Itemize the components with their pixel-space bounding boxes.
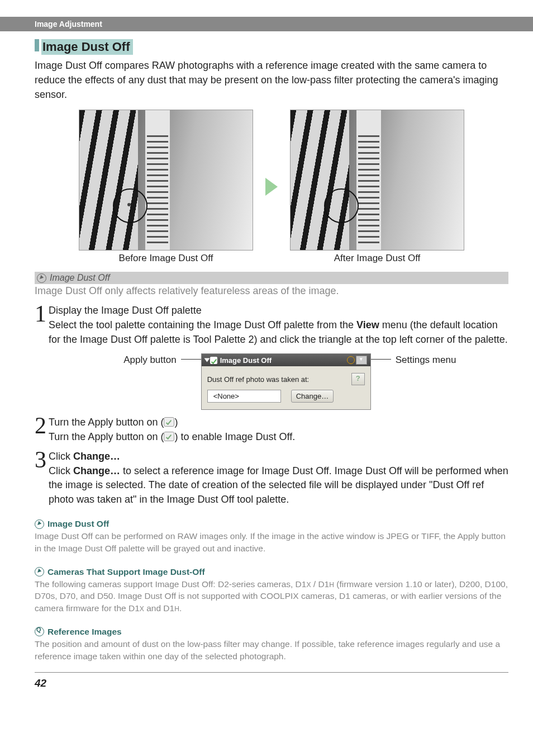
step-2: 2 Turn the Apply button on () Turn the A… bbox=[35, 415, 508, 444]
view-menu-ref: View bbox=[356, 319, 379, 330]
magnifier-icon bbox=[35, 627, 44, 636]
footnote-heading: Reference Images bbox=[35, 627, 508, 637]
status-lamp-icon bbox=[347, 356, 355, 364]
page-number: 42 bbox=[35, 677, 508, 689]
before-image bbox=[79, 110, 253, 251]
footnote-text: The position and amount of dust on the l… bbox=[35, 638, 508, 662]
note-title: Image Dust Off bbox=[50, 273, 110, 283]
step-title: Turn the Apply button on () bbox=[49, 417, 178, 428]
help-button[interactable]: ? bbox=[351, 373, 365, 385]
palette-titlebar: Image Dust Off ▾ bbox=[202, 354, 370, 366]
step-title: Click Change… bbox=[49, 451, 120, 462]
footer-rule bbox=[35, 672, 508, 673]
footnote-heading: Image Dust Off bbox=[35, 519, 508, 529]
section-heading: Image Dust Off bbox=[41, 39, 133, 55]
palette-diagram: Apply button Image Dust Off ▾ Dust Off r… bbox=[35, 353, 508, 410]
change-button[interactable]: Change… bbox=[291, 390, 334, 403]
note-body: Image Dust Off only affects relatively f… bbox=[35, 284, 508, 298]
after-caption: After Image Dust Off bbox=[290, 253, 464, 264]
step-text: Click Change… to select a reference imag… bbox=[49, 465, 508, 505]
footnote-heading: Cameras That Support Image Dust-Off bbox=[35, 567, 508, 577]
step-text-a: Select the tool palette containing the I… bbox=[49, 319, 356, 330]
step-number: 2 bbox=[35, 415, 46, 444]
settings-menu-label: Settings menu bbox=[396, 353, 456, 366]
ref-photo-value: <None> bbox=[207, 390, 281, 403]
palette-field-label: Dust Off ref photo was taken at: bbox=[207, 375, 310, 384]
disclosure-triangle-icon[interactable] bbox=[204, 358, 210, 362]
breadcrumb: Image Adjustment bbox=[0, 17, 533, 31]
step-3: 3 Click Change… Click Change… to select … bbox=[35, 450, 508, 507]
step-1: 1 Display the Image Dust Off palette Sel… bbox=[35, 304, 508, 347]
apply-checkbox[interactable] bbox=[210, 357, 217, 364]
before-caption: Before Image Dust Off bbox=[79, 253, 253, 264]
apply-check-icon bbox=[164, 432, 174, 441]
after-image bbox=[290, 110, 464, 251]
apply-check-icon bbox=[164, 417, 174, 427]
settings-menu-button[interactable]: ▾ bbox=[356, 356, 367, 365]
image-dust-off-palette: Image Dust Off ▾ Dust Off ref photo was … bbox=[201, 353, 371, 410]
step-title: Display the Image Dust Off palette bbox=[49, 305, 202, 316]
apply-button-label: Apply button bbox=[87, 353, 177, 366]
footnote-text: Image Dust Off can be performed on RAW i… bbox=[35, 530, 508, 554]
pencil-icon bbox=[35, 519, 44, 529]
heading-marker bbox=[35, 39, 39, 51]
step-number: 3 bbox=[35, 450, 46, 507]
pencil-icon bbox=[35, 567, 44, 577]
palette-title-text: Image Dust Off bbox=[220, 356, 272, 365]
step-number: 1 bbox=[35, 304, 46, 347]
arrow-right-icon bbox=[265, 178, 278, 196]
step-text: Turn the Apply button on () to enable Im… bbox=[49, 431, 295, 442]
note-title-bar: Image Dust Off bbox=[35, 272, 508, 284]
comparison-row: Before Image Dust Off After Image Dust O… bbox=[35, 110, 508, 264]
footnote-text: The following cameras support Image Dust… bbox=[35, 578, 508, 615]
intro-text: Image Dust Off compares RAW photographs … bbox=[35, 58, 508, 102]
note-icon bbox=[37, 273, 46, 283]
